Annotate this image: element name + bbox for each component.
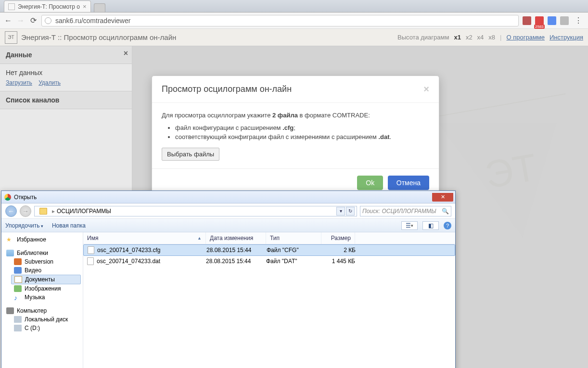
dialog-titlebar[interactable]: Открыть ✕	[1, 191, 455, 203]
refresh-icon[interactable]: ↻	[346, 207, 355, 216]
breadcrumb-folder[interactable]: ОСЦИЛЛОГРАММЫ	[57, 208, 111, 215]
libraries-icon	[6, 250, 14, 256]
sidebar-channels-header: Список каналов	[0, 91, 132, 109]
browser-tab[interactable]: Энергия-Т: Просмотр о ×	[4, 0, 91, 12]
tree-music[interactable]: ♪Музыка	[11, 293, 81, 302]
extension-icon-3[interactable]	[560, 16, 569, 25]
new-tab-button[interactable]	[94, 3, 105, 12]
tree-computer[interactable]: Компьютер	[3, 306, 81, 315]
file-date: 28.08.2015 15:44	[206, 258, 266, 265]
tree-images[interactable]: Изображения	[11, 284, 81, 293]
no-data-text: Нет данных	[6, 69, 126, 76]
file-row[interactable]: osc_200714_074233.cfg28.08.2015 15:44Фай…	[83, 244, 455, 256]
back-button[interactable]: ←	[4, 16, 13, 25]
folder-icon	[39, 208, 47, 215]
instructions-link[interactable]: Инструкция	[550, 34, 583, 41]
browser-tabbar: Энергия-Т: Просмотр о ×	[0, 0, 588, 13]
col-name[interactable]: Имя▲	[83, 232, 206, 244]
documents-icon	[14, 276, 22, 283]
preview-pane-button[interactable]: ◧	[422, 221, 439, 230]
tree-cdrive[interactable]: C (D:)	[11, 324, 81, 332]
modal-intro: Для просмотра осциллограм укажите 2 файл…	[162, 111, 429, 120]
nav-back-button[interactable]: ←	[5, 205, 17, 217]
tree-favorites[interactable]: ★Избранное	[3, 235, 81, 244]
scale-x1[interactable]: x1	[454, 34, 460, 41]
forward-button[interactable]: →	[16, 16, 25, 25]
computer-icon	[6, 307, 14, 314]
folder-tree: ★Избранное Библиотеки Subversion Видео Д…	[1, 232, 83, 368]
app-header: ЭТ Энергия-Т :: Просмотр осциллограмм он…	[0, 29, 588, 46]
file-icon	[87, 257, 94, 265]
modal-cancel-button[interactable]: Отмена	[388, 176, 429, 190]
file-size: 2 КБ	[322, 247, 356, 254]
col-type[interactable]: Тип	[266, 232, 321, 244]
url-text: sank6.ru/comtradeviewer	[55, 17, 130, 25]
organize-menu[interactable]: Упорядочить	[5, 222, 43, 229]
file-name: osc_200714_074233.cfg	[97, 247, 160, 254]
tree-documents[interactable]: Документы	[11, 275, 81, 284]
scale-x8[interactable]: x8	[488, 34, 495, 41]
dialog-close-button[interactable]: ✕	[432, 193, 453, 202]
modal-close-icon[interactable]: ×	[423, 84, 429, 95]
file-list-header: Имя▲ Дата изменения Тип Размер	[83, 232, 455, 244]
chrome-menu-icon[interactable]: ⋮	[573, 16, 584, 25]
dialog-toolbar: Упорядочить Новая папка ☰ ▾ ◧ ?	[1, 219, 455, 232]
disk-icon	[14, 316, 22, 323]
select-files-button[interactable]: Выбрать файлы	[162, 148, 219, 161]
page-content: ЭТ Энергия-Т :: Просмотр осциллограмм он…	[0, 29, 588, 368]
modal-header: Просмотр осцилограмм он-лайн ×	[152, 76, 439, 103]
file-date: 28.08.2015 15:44	[206, 247, 267, 254]
sidebar-data-body: Нет данных Загрузить Удалить	[0, 64, 132, 91]
search-icon[interactable]: 🔍	[442, 208, 449, 215]
reload-button[interactable]: ⟳	[29, 16, 38, 25]
breadcrumb[interactable]: ▸ ОСЦИЛЛОГРАММЫ ▾ ↻	[34, 206, 357, 216]
app-title: Энергия-Т :: Просмотр осциллограмм он-ла…	[21, 33, 176, 41]
file-icon	[88, 246, 94, 254]
nav-forward-button[interactable]: →	[20, 205, 31, 217]
load-link[interactable]: Загрузить	[6, 79, 32, 86]
col-size[interactable]: Размер	[321, 232, 355, 244]
chrome-app-icon	[4, 194, 11, 201]
modal-title: Просмотр осцилограмм он-лайн	[162, 84, 292, 94]
dialog-body: ★Избранное Библиотеки Subversion Видео Д…	[1, 232, 455, 368]
file-type: Файл "CFG"	[267, 247, 322, 254]
tab-close-icon[interactable]: ×	[83, 3, 87, 10]
about-link[interactable]: О программе	[506, 34, 545, 41]
sidebar-close-icon[interactable]: ×	[124, 49, 128, 58]
breadcrumb-dropdown-icon[interactable]: ▾	[336, 207, 345, 216]
site-info-icon[interactable]	[45, 17, 51, 24]
scale-x4[interactable]: x4	[477, 34, 484, 41]
modal-body: Для просмотра осциллограм укажите 2 файл…	[152, 103, 439, 168]
modal-req-cfg: файл конфигурации с расширением .cfg;	[175, 123, 429, 133]
subversion-icon	[14, 258, 22, 265]
extension-icon-2[interactable]	[548, 16, 556, 25]
col-date[interactable]: Дата изменения	[206, 232, 266, 244]
file-row[interactable]: osc_200714_074233.dat28.08.2015 15:44Фай…	[83, 256, 455, 266]
sidebar-data-header: Данные	[0, 46, 132, 64]
images-icon	[14, 285, 22, 292]
video-icon	[14, 267, 22, 274]
gmail-extension-icon[interactable]	[535, 16, 544, 25]
dialog-search-input[interactable]: Поиск: ОСЦИЛЛОГРАММЫ 🔍	[360, 206, 451, 216]
new-folder-button[interactable]: Новая папка	[52, 222, 86, 229]
view-mode-button[interactable]: ☰ ▾	[401, 221, 418, 230]
tree-subversion[interactable]: Subversion	[11, 257, 81, 266]
extension-icon-1[interactable]	[523, 16, 531, 25]
music-icon: ♪	[14, 294, 22, 301]
scale-x2[interactable]: x2	[466, 34, 473, 41]
star-icon: ★	[6, 236, 14, 243]
address-bar[interactable]: sank6.ru/comtradeviewer	[41, 15, 519, 26]
modal-ok-button[interactable]: Ok	[357, 176, 383, 190]
file-type: Файл "DAT"	[266, 258, 321, 265]
extension-icons: ⋮	[523, 16, 584, 25]
file-list: Имя▲ Дата изменения Тип Размер osc_20071…	[83, 232, 455, 368]
tree-libraries[interactable]: Библиотеки	[3, 249, 81, 257]
tree-local-disk[interactable]: Локальный диск	[11, 315, 81, 324]
help-icon[interactable]: ?	[444, 222, 451, 229]
app-logo-icon: ЭТ	[5, 31, 17, 44]
delete-link[interactable]: Удалить	[38, 79, 61, 86]
page-favicon	[8, 3, 15, 10]
search-placeholder: Поиск: ОСЦИЛЛОГРАММЫ	[362, 208, 436, 215]
disk-icon	[14, 325, 22, 331]
tree-video[interactable]: Видео	[11, 266, 81, 275]
